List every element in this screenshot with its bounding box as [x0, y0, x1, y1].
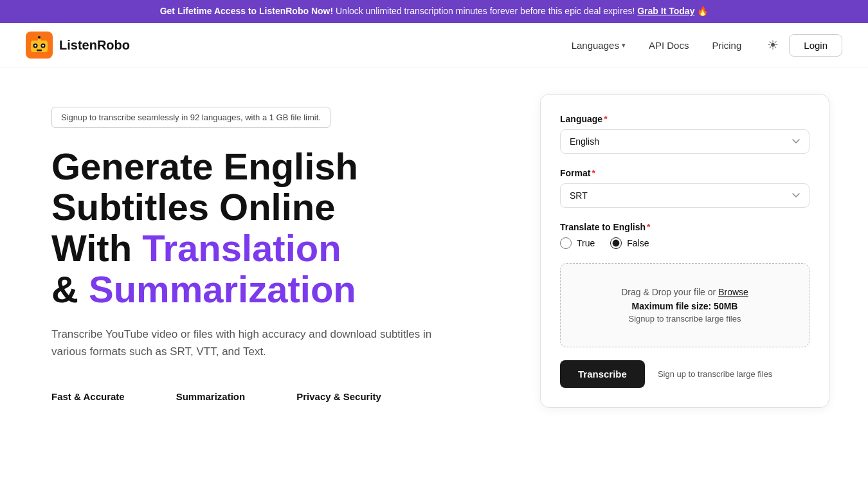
logo-text: ListenRobo	[59, 38, 130, 53]
drop-zone-size: Maximum file size: 50MB	[574, 301, 796, 311]
browse-link[interactable]: Browse	[718, 287, 748, 297]
navbar: ListenRobo Languages ▾ API Docs Pricing …	[0, 23, 868, 68]
translate-group: Translate to English* True False	[560, 222, 809, 249]
svg-point-4	[35, 45, 37, 47]
format-group: Format* SRT VTT Text	[560, 168, 809, 208]
format-select[interactable]: SRT VTT Text	[560, 183, 809, 208]
feature-summarization: Summarization	[176, 391, 246, 402]
top-banner: Get Lifetime Access to ListenRobo Now! U…	[0, 0, 868, 23]
nav-languages-label: Languages	[572, 40, 619, 51]
heading-translation: Translation	[142, 227, 341, 269]
feature-fast-accurate: Fast & Accurate	[51, 391, 125, 402]
hero-section: Signup to transcribe seamlessly in 92 la…	[51, 94, 514, 403]
radio-false-input[interactable]	[610, 237, 622, 249]
nav-actions: ☀ Login	[767, 34, 842, 57]
format-label: Format*	[560, 168, 809, 178]
svg-point-8	[38, 36, 41, 39]
heading-line1: Generate English	[51, 145, 358, 187]
tagline-pill: Signup to transcribe seamlessly in 92 la…	[51, 107, 330, 128]
banner-bold-text: Get Lifetime Access to ListenRobo Now!	[160, 6, 333, 16]
nav-pricing[interactable]: Pricing	[712, 40, 741, 51]
features-row: Fast & Accurate Summarization Privacy & …	[51, 391, 514, 402]
translate-label: Translate to English*	[560, 222, 809, 232]
banner-link[interactable]: Grab It Today	[637, 6, 694, 16]
feature-privacy-security: Privacy & Security	[296, 391, 381, 402]
nav-api-docs[interactable]: API Docs	[649, 40, 689, 51]
radio-false-label: False	[627, 238, 649, 248]
logo[interactable]: ListenRobo	[26, 32, 130, 59]
language-label: Language*	[560, 114, 809, 124]
heading-summarization: Summarization	[89, 268, 356, 310]
format-required: *	[592, 168, 595, 178]
hero-subtext: Transcribe YouTube video or files with h…	[51, 325, 463, 360]
radio-true-option[interactable]: True	[560, 237, 595, 249]
drop-zone[interactable]: Drag & Drop your file or Browse Maximum …	[560, 263, 809, 347]
radio-false-option[interactable]: False	[610, 237, 649, 249]
radio-true-label: True	[577, 238, 595, 248]
signup-link-text: Sign up to transcribe large files	[658, 369, 772, 379]
banner-post-text: Unlock unlimited transcription minutes f…	[336, 6, 635, 16]
language-group: Language* English Spanish French German …	[560, 114, 809, 154]
banner-emoji: 🔥	[697, 6, 708, 16]
heading-line4-plain: &	[51, 268, 89, 310]
hero-heading: Generate English Subtitles Online With T…	[51, 146, 514, 310]
form-card: Language* English Spanish French German …	[540, 94, 829, 408]
drop-zone-text: Drag & Drop your file or Browse	[574, 287, 796, 297]
nav-languages[interactable]: Languages ▾	[572, 40, 626, 51]
heading-line3-plain: With	[51, 227, 142, 269]
transcribe-button[interactable]: Transcribe	[560, 360, 645, 388]
radio-group: True False	[560, 237, 809, 249]
login-button[interactable]: Login	[789, 34, 842, 57]
radio-true-input[interactable]	[560, 237, 572, 249]
logo-icon	[26, 32, 53, 59]
drop-zone-signup: Signup to transcribe large files	[574, 314, 796, 324]
main-container: Signup to transcribe seamlessly in 92 la…	[0, 68, 868, 491]
svg-point-5	[42, 45, 44, 47]
svg-rect-6	[37, 50, 42, 51]
theme-toggle-icon[interactable]: ☀	[767, 37, 779, 53]
transcribe-row: Transcribe Sign up to transcribe large f…	[560, 360, 809, 388]
translate-required: *	[647, 222, 650, 232]
heading-line2: Subtitles Online	[51, 186, 336, 228]
nav-links: Languages ▾ API Docs Pricing	[572, 40, 742, 51]
language-select[interactable]: English Spanish French German Japanese C…	[560, 129, 809, 154]
chevron-down-icon: ▾	[622, 41, 626, 50]
language-required: *	[604, 114, 607, 124]
